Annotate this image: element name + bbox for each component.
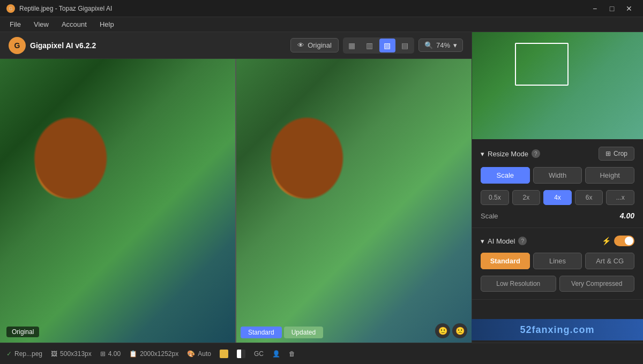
crop-icon: ⊞ — [605, 150, 611, 157]
compare-icon — [237, 350, 245, 358]
close-button[interactable]: ✕ — [622, 3, 637, 14]
user-icon: 👤 — [272, 350, 280, 358]
view-single-button[interactable]: ▦ — [344, 39, 360, 52]
titlebar-left: G Reptile.jpeg - Topaz Gigapixel AI — [6, 4, 112, 13]
status-auto[interactable]: 🎨 Auto — [187, 350, 211, 358]
export-watermark: 52fanxing.com — [472, 319, 643, 340]
ai-model-section: ▾ AI Model ? ⚡ Standard Lines Art & CG L… — [472, 228, 643, 300]
model-buttons: Standard Lines Art & CG — [481, 253, 634, 269]
toggle-knob — [625, 237, 633, 245]
zoom-chevron-icon: ▾ — [453, 41, 457, 49]
scale-custom-button[interactable]: ...x — [606, 190, 634, 205]
menu-view[interactable]: View — [28, 19, 54, 30]
scale-label: Scale — [481, 212, 498, 220]
source-icon: 🖼 — [51, 350, 57, 358]
lightning-icon: ⚡ — [602, 237, 611, 245]
view-split-v-button[interactable]: ▥ — [362, 39, 378, 52]
statusbar: ✓ Rep...peg 🖼 500x313px ⊞ 4.00 📋 2000x12… — [0, 343, 643, 364]
thumbnail-viewport[interactable] — [515, 43, 569, 86]
standard-label: Standard — [241, 327, 282, 338]
toolbar-center: 👁 Original ▦ ▥ ▧ ▤ 🔍 74% ▾ — [290, 37, 463, 54]
toolbar-left: G Gigapixel AI v6.2.2 — [9, 37, 96, 54]
scale-buttons: 0.5x 2x 4x 6x ...x — [481, 190, 634, 205]
width-mode-button[interactable]: Width — [533, 167, 582, 184]
scale-6x-button[interactable]: 6x — [575, 190, 603, 205]
compare-labels: Standard Updated — [241, 327, 323, 338]
original-button[interactable]: 👁 Original — [290, 38, 339, 52]
minimize-button[interactable]: − — [587, 3, 602, 14]
scale-0-5x-button[interactable]: 0.5x — [481, 190, 509, 205]
gc-text: GC — [254, 350, 264, 358]
view-buttons: ▦ ▥ ▧ ▤ — [343, 37, 414, 54]
window-title: Reptile.jpeg - Topaz Gigapixel AI — [19, 5, 112, 12]
resize-help-icon[interactable]: ? — [532, 149, 540, 158]
original-label: Original — [6, 327, 39, 337]
status-user[interactable]: 👤 — [272, 350, 280, 358]
low-resolution-button[interactable]: Low Resolution — [481, 276, 556, 292]
menu-help[interactable]: Help — [94, 19, 119, 30]
status-scale: ⊞ 4.00 — [100, 350, 121, 358]
output-icon: 📋 — [129, 350, 137, 358]
very-compressed-button[interactable]: Very Compressed — [559, 276, 635, 292]
ai-toggle-area: ⚡ — [602, 236, 634, 246]
scale-row: Scale 4.00 — [481, 211, 634, 220]
zoom-control[interactable]: 🔍 74% ▾ — [418, 39, 463, 52]
status-output-size: 📋 2000x1252px — [129, 350, 178, 358]
standard-model-button[interactable]: Standard — [481, 253, 530, 269]
scale-text: 4.00 — [108, 350, 121, 358]
scale-icon: ⊞ — [100, 350, 106, 358]
right-panel: ▾ Resize Mode ? ⊞ Crop Scale Width Heigh… — [472, 32, 643, 364]
menu-account[interactable]: Account — [56, 19, 92, 30]
scale-2x-button[interactable]: 2x — [512, 190, 541, 205]
menubar: File View Account Help — [0, 17, 643, 32]
zoom-icon: 🔍 — [424, 41, 433, 49]
status-gc[interactable]: GC — [254, 350, 264, 358]
color-swatch-icon — [220, 350, 228, 358]
thumbnail-area — [472, 32, 643, 139]
eye-icon: 👁 — [297, 41, 304, 49]
reaction-buttons: 🙂 🙁 — [435, 323, 467, 338]
ai-help-icon[interactable]: ? — [518, 237, 527, 245]
ai-toggle[interactable] — [614, 236, 634, 246]
status-compare[interactable] — [237, 350, 245, 358]
resize-title: ▾ Resize Mode ? — [481, 149, 540, 158]
processed-panel: Standard Updated 🙂 🙁 — [236, 59, 472, 343]
resize-section: ▾ Resize Mode ? ⊞ Crop Scale Width Heigh… — [472, 139, 643, 228]
app-icon: G — [6, 4, 15, 13]
ai-collapse-arrow-icon: ▾ — [481, 237, 484, 245]
status-color[interactable] — [220, 350, 228, 358]
watermark-text: 52fanxing.com — [520, 324, 594, 336]
thumbs-down-button[interactable]: 🙁 — [452, 323, 467, 338]
status-source-size: 🖼 500x313px — [51, 350, 92, 358]
auto-text: Auto — [198, 350, 211, 358]
crop-button[interactable]: ⊞ Crop — [599, 147, 634, 161]
main-toolbar: G Gigapixel AI v6.2.2 👁 Original ▦ ▥ ▧ ▤… — [0, 32, 472, 59]
app-icon-text: G — [9, 6, 12, 11]
status-delete[interactable]: 🗑 — [289, 350, 295, 358]
source-size-text: 500x313px — [60, 350, 92, 358]
check-icon: ✓ — [6, 350, 12, 358]
view-grid-button[interactable]: ▤ — [397, 39, 413, 52]
height-mode-button[interactable]: Height — [585, 167, 634, 184]
output-size-text: 2000x1252px — [140, 350, 178, 358]
zoom-value: 74% — [436, 41, 450, 49]
quality-buttons: Low Resolution Very Compressed — [481, 276, 634, 292]
menu-file[interactable]: File — [4, 19, 26, 30]
art-cg-model-button[interactable]: Art & CG — [585, 253, 634, 269]
thumbs-up-button[interactable]: 🙂 — [435, 323, 450, 338]
mode-buttons: Scale Width Height — [481, 167, 634, 184]
scale-4x-button[interactable]: 4x — [543, 190, 572, 205]
filename-text: Rep...peg — [14, 350, 42, 358]
status-filename: ✓ Rep...peg — [6, 350, 42, 358]
scale-mode-button[interactable]: Scale — [481, 167, 530, 184]
canvas-area: Original Standard Updated 🙂 🙁 — [0, 59, 472, 343]
auto-icon: 🎨 — [187, 350, 195, 358]
trash-icon: 🗑 — [289, 350, 295, 358]
lines-model-button[interactable]: Lines — [533, 253, 582, 269]
original-panel: Original — [0, 59, 235, 343]
app-logo: G Gigapixel AI v6.2.2 — [9, 37, 96, 54]
view-split-h-button[interactable]: ▧ — [379, 39, 395, 52]
maximize-button[interactable]: □ — [604, 3, 619, 14]
processed-image — [236, 59, 472, 343]
resize-header: ▾ Resize Mode ? ⊞ Crop — [481, 147, 634, 161]
